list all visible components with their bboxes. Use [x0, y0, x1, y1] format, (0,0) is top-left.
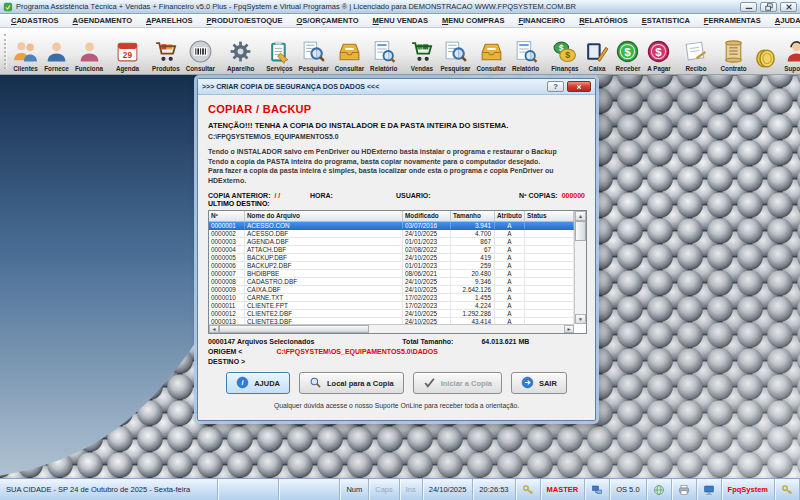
toolbar-button-coin[interactable] — [750, 29, 781, 74]
search-doc-icon — [443, 39, 468, 64]
menu-item-financeiro[interactable]: FINANCEIRO — [511, 16, 572, 25]
cell-atributo: A — [495, 230, 525, 237]
status-master: MASTER — [541, 479, 586, 500]
ajuda-button[interactable]: iAJUDA — [226, 372, 290, 394]
toolbar-button-funciona[interactable]: Funciona — [72, 29, 106, 74]
dialog-help-button[interactable]: ? — [547, 81, 564, 92]
menu-item-cadastros[interactable]: CADASTROS — [4, 16, 66, 25]
menu-item-agendamento[interactable]: AGENDAMENTO — [66, 16, 139, 25]
menu-item-menu-vendas[interactable]: MENU VENDAS — [365, 16, 434, 25]
menu-item-ferramentas[interactable]: FERRAMENTAS — [697, 16, 768, 25]
toolbar-button-clientes[interactable]: Clientes — [10, 29, 41, 74]
sair-button[interactable]: SAIR — [511, 372, 567, 394]
menu-item-ajuda[interactable]: AJUDA — [768, 16, 800, 25]
cell-status — [525, 270, 574, 277]
svg-text:$: $ — [625, 46, 632, 58]
table-row-backup2.dbf[interactable]: 0000006BACKUP2.DBF01/01/2023259A — [209, 262, 574, 270]
status-num: Num — [340, 479, 369, 500]
toolbar-button-relat-rio[interactable]: Relatório — [509, 29, 542, 74]
vertical-scrollbar[interactable]: ▲ ▼ — [574, 211, 586, 324]
cell-atributo: A — [495, 302, 525, 309]
column-header-n[interactable]: Nº — [209, 211, 245, 221]
scroll-down-button[interactable]: ▼ — [575, 314, 586, 324]
restore-button[interactable] — [760, 2, 777, 12]
cell-nome-do-arquivo: CADASTRO.DBF — [245, 278, 403, 285]
toolbar-button-servi-os[interactable]: Serviços — [263, 29, 295, 74]
toolbar-button-pesquisar[interactable]: Pesquisar — [296, 29, 332, 74]
cell-tamanho: 419 — [451, 254, 495, 261]
horizontal-scroll-thumb[interactable] — [219, 325, 369, 333]
instruction-line: Para fazer a copia da pasta inteira é si… — [208, 166, 585, 185]
origem-path: C:\FPQSYSTEM\OS_EQUIPAMENTOS5.0\DADOS — [276, 348, 438, 355]
scroll-up-button[interactable]: ▲ — [575, 211, 586, 221]
toolbar-button-recibo[interactable]: Recibo — [680, 29, 711, 74]
toolbar-button-consultar[interactable]: Consultar — [474, 29, 509, 74]
column-header-nome-do-arquivo[interactable]: Nome do Arquivo — [245, 211, 403, 221]
table-row-backup.dbf[interactable]: 0000005BACKUP.DBF24/10/2025419A — [209, 254, 574, 262]
toolbar-button-agenda[interactable]: 29Agenda — [112, 29, 143, 74]
n-copias-label: Nº COPIAS: — [519, 192, 558, 199]
vertical-scroll-thumb[interactable] — [575, 221, 586, 241]
table-row-bhdibpbe[interactable]: 0000007BHDIBPBE08/06/202120.480A — [209, 270, 574, 278]
dialog-title-bar[interactable]: >>> CRIAR COPIA DE SEGURANÇA DOS DADOS <… — [198, 79, 595, 95]
status-bar: SUA CIDADE - SP 24 de Outubro de 2025 - … — [0, 478, 800, 500]
dialog-close-button[interactable] — [567, 81, 591, 92]
toolbar-button-caixa[interactable]: Caixa — [581, 29, 612, 74]
toolbar-button-label: Produtos — [152, 65, 180, 72]
button-label: AJUDA — [254, 379, 280, 388]
scroll-right-button[interactable]: ► — [564, 325, 574, 333]
hora-label: HORA: — [310, 192, 396, 199]
destino-row: DESTINO > — [208, 358, 585, 365]
file-table[interactable]: NºNome do ArquivoModificadoTamanhoAtribu… — [208, 210, 587, 334]
toolbar-button-consultar[interactable]: Consultar — [332, 29, 367, 74]
toolbar-button-finan-as[interactable]: $$Finanças — [548, 29, 581, 74]
table-row-cadastro.dbf[interactable]: 0000008CADASTRO.DBF24/10/20259.346A — [209, 278, 574, 286]
minimize-button[interactable] — [740, 2, 757, 12]
table-row-caixa.dbf[interactable]: 0000009CAIXA.DBF24/10/20252.642.126A — [209, 286, 574, 294]
dialog-buttons: iAJUDALocal para a CopiaIniciar a CopiaS… — [208, 372, 585, 394]
cell-status — [525, 238, 574, 245]
toolbar-button-consultar[interactable]: Consultar — [183, 29, 218, 74]
toolbar-button-a-pagar[interactable]: $A Pagar — [643, 29, 674, 74]
horizontal-scrollbar[interactable]: ◄ ► — [209, 324, 574, 333]
cell-n: 0000006 — [209, 262, 245, 269]
column-header-status[interactable]: Status — [525, 211, 574, 221]
column-header-modificado[interactable]: Modificado — [403, 211, 451, 221]
toolbar-button-label: Consultar — [477, 65, 506, 72]
close-button[interactable] — [780, 2, 797, 12]
toolbar-button-aparelho[interactable]: Aparelho — [224, 29, 257, 74]
toolbar-button-vendas[interactable]: Vendas — [406, 29, 437, 74]
table-row-carne.txt[interactable]: 0000010CARNE.TXT17/02/20231.455A — [209, 294, 574, 302]
table-row-attach.dbf[interactable]: 0000004ATTACH.DBF02/08/202267A — [209, 246, 574, 254]
table-row-agenda.dbf[interactable]: 0000003AGENDA.DBF01/01/2023867A — [209, 238, 574, 246]
toolbar-button-receber[interactable]: $Receber — [612, 29, 643, 74]
column-header-atributo[interactable]: Atributo — [495, 211, 525, 221]
usuario-label: USUARIO: — [396, 192, 508, 199]
menu-item-menu-compras[interactable]: MENU COMPRAS — [435, 16, 512, 25]
menu-item-aparelhos[interactable]: APARELHOS — [139, 16, 200, 25]
toolbar-button-label: Relatório — [370, 65, 397, 72]
table-row-cliente.fpt[interactable]: 0000011CLIENTE.FPT17/02/20234.224A — [209, 302, 574, 310]
toolbar-button-contrato[interactable]: Contrato — [717, 29, 749, 74]
toolbar-button-pesquisar[interactable]: Pesquisar — [437, 29, 473, 74]
menu-item-produto-estoque[interactable]: PRODUTO/ESTOQUE — [200, 16, 290, 25]
menu-item-os-or-amento[interactable]: OS/ORÇAMENTO — [290, 16, 366, 25]
instruction-line: Tendo o INSTALADOR salvo em PenDriver ou… — [208, 147, 585, 157]
money-icon: $$ — [552, 39, 577, 64]
table-row-acesso.dbf[interactable]: 0000002ACESSO.DBF24/10/20254.700A — [209, 230, 574, 238]
column-header-tamanho[interactable]: Tamanho — [451, 211, 495, 221]
local-para-a-copia-button[interactable]: Local para a Copia — [299, 372, 404, 394]
iniciar-a-copia-button[interactable]: Iniciar a Copia — [413, 372, 502, 394]
toolbar-button-produtos[interactable]: Produtos — [149, 29, 183, 74]
menu-item-estatistica[interactable]: ESTATISTICA — [635, 16, 697, 25]
scroll-left-button[interactable]: ◄ — [209, 325, 219, 333]
table-row-cliente2.dbf[interactable]: 0000012CLIENTE2.DBF24/10/20251.292.286A — [209, 310, 574, 318]
menu-item-relat-rios[interactable]: RELATÓRIOS — [572, 16, 635, 25]
toolbar-button-suporte[interactable]: Suporte — [781, 29, 800, 74]
status-network-icon — [585, 479, 610, 500]
table-row-acesso.con[interactable]: 0000001ACESSO.CON03/07/20163.941A — [209, 222, 574, 230]
toolbar-button-relat-rio[interactable]: Relatório — [367, 29, 400, 74]
toolbar-button-label: Serviços — [266, 65, 292, 72]
toolbar-button-fornece[interactable]: Fornece — [41, 29, 72, 74]
cell-atributo: A — [495, 222, 525, 229]
